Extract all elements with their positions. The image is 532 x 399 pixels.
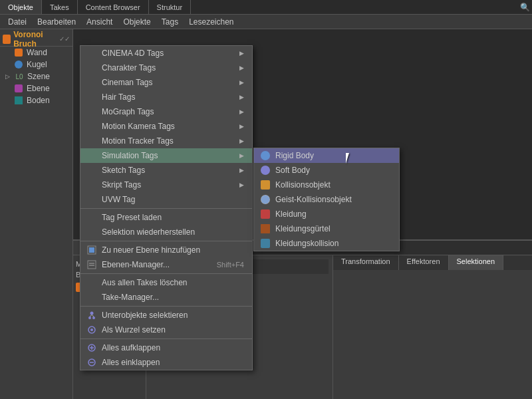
- kugel-label: Kugel: [27, 60, 47, 69]
- boden-label: Boden: [27, 96, 50, 105]
- svg-point-5: [90, 312, 94, 315]
- svg-point-6: [88, 317, 91, 319]
- attr-tab-selektionen[interactable]: Selektionen: [449, 255, 504, 270]
- ctx-selektion-label: Selektion wiederherstellen: [102, 227, 195, 237]
- ctx-unterobjekte-icon: [86, 311, 98, 320]
- ctx-sep-2: [80, 241, 252, 241]
- ctx-motion-kamera-icon: [86, 122, 98, 131]
- geist-kollision-icon: [259, 195, 271, 204]
- tab-bar: Objekte Takes Content Browser Struktur 🔍: [0, 0, 532, 15]
- kollisionsobjekt-icon: [259, 180, 271, 190]
- ctx-motion-kamera[interactable]: Motion Kamera Tags ▶: [80, 119, 252, 134]
- ctx-neue-ebene-label: Zu neuer Ebene hinzufügen: [102, 245, 200, 255]
- soft-body-icon: [259, 166, 271, 175]
- ctx-simulation-label: Simulation Tags: [102, 151, 158, 160]
- ctx-selektion-icon: [86, 227, 98, 237]
- ebene-icon: [13, 84, 24, 93]
- tree-item-ebene[interactable]: Ebene: [0, 82, 72, 94]
- tab-content-browser[interactable]: Content Browser: [78, 0, 149, 14]
- ctx-cinema4d-label: CINEMA 4D Tags: [102, 49, 164, 58]
- svg-rect-2: [88, 261, 96, 269]
- ctx-sketch-tags[interactable]: Sketch Tags ▶: [80, 163, 252, 178]
- search-icon[interactable]: 🔍: [519, 1, 531, 13]
- ctx-alles-aufklappen-label: Alles aufklappen: [102, 343, 160, 352]
- ctx-neue-ebene[interactable]: Zu neuer Ebene hinzufügen: [80, 243, 252, 257]
- ctx-hair-tags[interactable]: Hair Tags ▶: [80, 90, 252, 104]
- ebene-label: Ebene: [27, 84, 50, 93]
- ctx-motion-tracker[interactable]: Motion Tracker Tags ▶: [80, 134, 252, 148]
- ctx-neue-ebene-icon: [86, 245, 98, 255]
- submenu-kleidung[interactable]: Kleidung: [254, 207, 399, 221]
- ctx-take-manager-label: Take-Manager...: [102, 293, 159, 302]
- ctx-aufklappen-icon: [86, 343, 98, 352]
- ctx-unterobjekte[interactable]: Unterobjekte selektieren: [80, 308, 252, 323]
- ctx-ebenen-manager-label: Ebenen-Manager...: [102, 260, 170, 269]
- tree-item-szene[interactable]: ▷ L0 Szene: [0, 70, 72, 82]
- submenu-kleidungsguerte[interactable]: Kleidungsgürtel: [254, 221, 399, 236]
- ctx-sketch-arrow: ▶: [239, 167, 244, 174]
- ctx-skript-icon: [86, 180, 98, 190]
- kleidung-icon: [259, 209, 271, 219]
- svg-rect-1: [89, 247, 94, 253]
- boden-icon: [13, 96, 24, 105]
- right-attr-panel: Transformation Effektoren Selektionen: [332, 255, 532, 399]
- menu-ansicht[interactable]: Ansicht: [81, 16, 118, 28]
- simulation-submenu: Rigid Body Soft Body Kollisionsobjekt Ge…: [253, 148, 400, 251]
- tree-item-boden[interactable]: Boden: [0, 94, 72, 106]
- submenu-kollisionsobjekt[interactable]: Kollisionsobjekt: [254, 178, 399, 192]
- rigid-body-icon: [259, 151, 271, 160]
- ctx-aus-takes[interactable]: Aus allen Takes löschen: [80, 275, 252, 290]
- search-area: 🔍: [517, 0, 532, 15]
- ctx-take-manager[interactable]: Take-Manager...: [80, 290, 252, 305]
- menu-bearbeiten[interactable]: Bearbeiten: [32, 16, 81, 28]
- ctx-uvw-tag[interactable]: UVW Tag: [80, 192, 252, 207]
- object-tree: Voronoi Bruch ✓✓ Wand Kugel ▷ L0 Szene E…: [0, 29, 73, 399]
- ctx-als-wurzel[interactable]: Als Wurzel setzen: [80, 323, 252, 337]
- ctx-charakter-tags[interactable]: Charakter Tags ▶: [80, 61, 252, 75]
- ctx-cinema4d-tags[interactable]: CINEMA 4D Tags ▶: [80, 46, 252, 61]
- ctx-motion-tracker-label: Motion Tracker Tags: [102, 136, 174, 146]
- ctx-simulation-tags[interactable]: Simulation Tags ▶ Rigid Body Soft Body K…: [80, 148, 252, 163]
- menu-objekte[interactable]: Objekte: [118, 16, 156, 28]
- tab-takes[interactable]: Takes: [42, 0, 78, 14]
- ctx-alles-einklappen[interactable]: Alles einklappen: [80, 355, 252, 370]
- attr-tab-effektoren[interactable]: Effektoren: [399, 255, 449, 270]
- tab-objekte[interactable]: Objekte: [0, 0, 42, 14]
- menu-datei[interactable]: Datei: [3, 16, 32, 28]
- tree-item-wand[interactable]: Wand: [0, 47, 72, 59]
- ctx-hair-label: Hair Tags: [102, 92, 135, 102]
- kleidungsguerte-label: Kleidungsgürtel: [275, 224, 331, 233]
- attr-tab-transformation[interactable]: Transformation: [333, 255, 399, 270]
- ctx-tag-preset[interactable]: Tag Preset laden: [80, 210, 252, 225]
- submenu-soft-body[interactable]: Soft Body: [254, 163, 399, 178]
- wand-label: Wand: [27, 48, 47, 57]
- ctx-skript-tags[interactable]: Skript Tags ▶: [80, 178, 252, 192]
- ctx-ebenen-manager-icon: [86, 260, 98, 269]
- svg-point-11: [90, 329, 93, 331]
- ctx-mograph-tags[interactable]: MoGraph Tags ▶: [80, 104, 252, 119]
- ctx-uvw-label: UVW Tag: [102, 195, 135, 204]
- ctx-cineman-arrow: ▶: [239, 79, 244, 86]
- rigid-body-label: Rigid Body: [275, 151, 314, 160]
- ctx-alles-aufklappen[interactable]: Alles aufklappen: [80, 340, 252, 355]
- ctx-take-manager-icon: [86, 293, 98, 302]
- ctx-charakter-icon: [86, 63, 98, 72]
- ctx-ebenen-manager[interactable]: Ebenen-Manager... Shift+F4: [80, 257, 252, 272]
- tab-struktur[interactable]: Struktur: [149, 0, 192, 14]
- ctx-selektion-wieder[interactable]: Selektion wiederherstellen: [80, 225, 252, 239]
- ctx-tag-preset-label: Tag Preset laden: [102, 213, 162, 222]
- submenu-rigid-body[interactable]: Rigid Body: [254, 148, 399, 163]
- menu-lesezeichen[interactable]: Lesezeichen: [184, 16, 239, 28]
- kleidungsguerte-icon: [259, 224, 271, 233]
- menu-tags[interactable]: Tags: [156, 16, 184, 28]
- kollisionsobjekt-label: Kollisionsobjekt: [275, 180, 331, 190]
- ctx-mograph-arrow: ▶: [239, 108, 244, 115]
- tree-item-kugel[interactable]: Kugel: [0, 59, 72, 70]
- ctx-cinema4d-arrow: ▶: [239, 50, 244, 57]
- check-icons: ✓✓: [59, 35, 70, 43]
- ctx-cineman-tags[interactable]: Cineman Tags ▶: [80, 75, 252, 90]
- ctx-als-wurzel-label: Als Wurzel setzen: [102, 325, 166, 334]
- submenu-kleidungskollision[interactable]: Kleidungskollision: [254, 236, 399, 251]
- ctx-hair-icon: [86, 92, 98, 102]
- submenu-geist-kollision[interactable]: Geist-Kollisionsobjekt: [254, 192, 399, 207]
